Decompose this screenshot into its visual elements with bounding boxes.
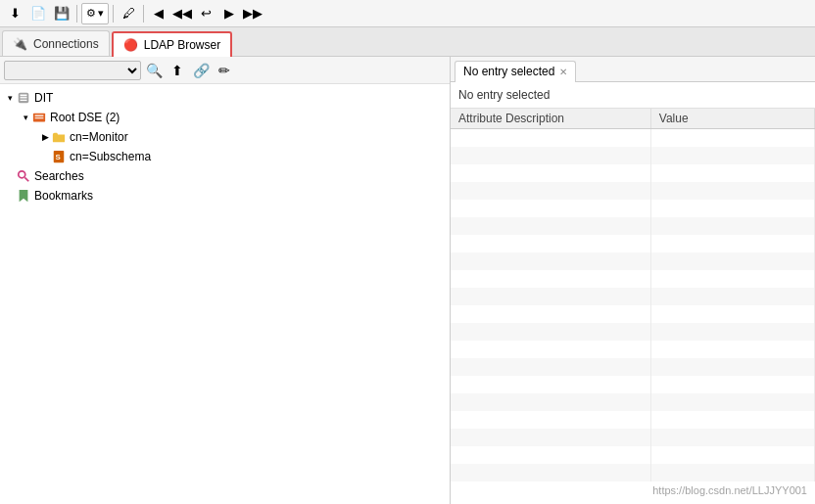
main-toolbar: ⬇ 📄 💾 ⚙ ▾ 🖊 ◀ ◀◀ ↩ ▶ ▶▶ (0, 0, 815, 27)
expand-cn-monitor[interactable]: ▶ (39, 131, 51, 143)
attr-desc-cell (451, 446, 650, 464)
attr-table-body (451, 129, 815, 481)
attr-desc-cell (451, 235, 650, 252)
dropdown-arrow: ▾ (98, 7, 104, 20)
attr-table-head: Attribute Description Value (451, 109, 815, 129)
toolbar-btn-4[interactable]: 🖊 (118, 3, 139, 24)
value-cell (650, 217, 814, 235)
attr-desc-cell (451, 341, 650, 358)
tree-item-cn-subschema[interactable]: ▶ S cn=Subschema (0, 147, 450, 166)
left-btn-search[interactable]: 🔍 (143, 60, 165, 81)
attr-desc-cell (451, 182, 650, 200)
expand-root-dse[interactable]: ▾ (20, 112, 31, 123)
toolbar-btn-back[interactable]: ◀ (148, 3, 169, 24)
close-tab-icon[interactable]: ✕ (559, 67, 567, 77)
left-panel: 🔍 ⬆ 🔗 ✏ ▾ DIT ▾ (0, 57, 451, 504)
cn-subschema-label: cn=Subschema (70, 150, 151, 163)
value-cell (650, 129, 814, 147)
svg-point-9 (19, 171, 25, 178)
tab-connections[interactable]: 🔌 Connections (2, 30, 110, 56)
main-content: 🔍 ⬆ 🔗 ✏ ▾ DIT ▾ (0, 57, 815, 504)
toolbar-btn-1[interactable]: ⬇ (4, 3, 25, 24)
attr-table-inner: Attribute Description Value (451, 109, 815, 481)
value-cell (650, 252, 814, 270)
icon-cn-monitor (51, 129, 67, 145)
watermark: https://blog.csdn.net/LLJJYY001 (652, 484, 807, 496)
value-cell (650, 270, 814, 288)
tree-item-bookmarks[interactable]: ▶ Bookmarks (0, 186, 450, 206)
table-row (451, 270, 815, 288)
attr-desc-cell (451, 393, 650, 411)
svg-rect-3 (21, 100, 27, 101)
svg-rect-5 (35, 115, 44, 116)
cn-monitor-label: cn=Monitor (70, 130, 128, 144)
left-btn-edit[interactable]: ✏ (214, 60, 235, 81)
attribute-table: Attribute Description Value (451, 109, 815, 504)
value-cell (650, 305, 814, 323)
table-row (451, 323, 815, 341)
toolbar-dropdown-1[interactable]: ⚙ ▾ (81, 3, 109, 24)
attr-desc-cell (451, 200, 650, 217)
no-entry-header: No entry selected (451, 82, 815, 109)
tree-item-searches[interactable]: ▶ Searches (0, 166, 450, 186)
svg-rect-2 (21, 97, 27, 98)
value-cell (650, 200, 814, 217)
table-row (451, 305, 815, 323)
left-btn-tree-node[interactable]: ⬆ (167, 60, 188, 81)
toolbar-btn-3[interactable]: 💾 (51, 3, 72, 24)
attr-desc-cell (451, 164, 650, 182)
attr-desc-cell (451, 323, 650, 341)
table-row (451, 147, 815, 164)
table-row (451, 429, 815, 446)
toolbar-btn-back2[interactable]: ◀◀ (171, 3, 193, 24)
left-panel-dropdown[interactable] (4, 61, 141, 80)
toolbar-btn-2[interactable]: 📄 (27, 3, 49, 24)
attr-desc-cell (451, 288, 650, 305)
table-row (451, 358, 815, 376)
table-row (451, 129, 815, 147)
attr-desc-cell (451, 129, 650, 147)
value-cell (650, 358, 814, 376)
ldap-browser-label: LDAP Browser (144, 38, 220, 52)
table-row (451, 164, 815, 182)
right-tab-label: No entry selected (463, 65, 554, 78)
attr-desc-cell (451, 147, 650, 164)
left-btn-link[interactable]: 🔗 (190, 60, 212, 81)
attr-table-header-row: Attribute Description Value (451, 109, 815, 129)
toolbar-btn-fwd[interactable]: ▶ (218, 3, 240, 24)
attr-desc-cell (451, 305, 650, 323)
table-row (451, 288, 815, 305)
expand-dit[interactable]: ▾ (4, 92, 16, 104)
attr-desc-cell (451, 376, 650, 393)
table-row (451, 464, 815, 481)
table-row (451, 235, 815, 252)
table-row (451, 252, 815, 270)
value-cell (650, 429, 814, 446)
attr-desc-cell (451, 252, 650, 270)
table-row (451, 341, 815, 358)
attr-desc-cell (451, 217, 650, 235)
value-cell (650, 323, 814, 341)
tree-item-root-dse[interactable]: ▾ Root DSE (2) (0, 108, 450, 127)
toolbar-btn-undo[interactable]: ↩ (195, 3, 216, 24)
value-cell (650, 341, 814, 358)
value-cell (650, 411, 814, 429)
right-panel: No entry selected ✕ No entry selected At… (451, 57, 815, 504)
svg-rect-1 (21, 95, 27, 97)
tab-ldap-browser[interactable]: 🔴 LDAP Browser (112, 31, 232, 57)
svg-rect-6 (35, 117, 44, 118)
tree-item-dit[interactable]: ▾ DIT (0, 88, 450, 108)
root-dse-label: Root DSE (2) (50, 111, 120, 124)
value-cell (650, 393, 814, 411)
no-entry-text: No entry selected (458, 88, 550, 102)
tree-item-cn-monitor[interactable]: ▶ cn=Monitor (0, 127, 450, 147)
value-cell (650, 376, 814, 393)
table-row (451, 376, 815, 393)
icon-bookmarks (16, 188, 31, 204)
searches-label: Searches (34, 169, 84, 183)
table-row (451, 217, 815, 235)
right-tab-no-entry[interactable]: No entry selected ✕ (455, 61, 576, 82)
connections-label: Connections (33, 37, 99, 51)
toolbar-btn-fwd2[interactable]: ▶▶ (242, 3, 264, 24)
table-row (451, 446, 815, 464)
